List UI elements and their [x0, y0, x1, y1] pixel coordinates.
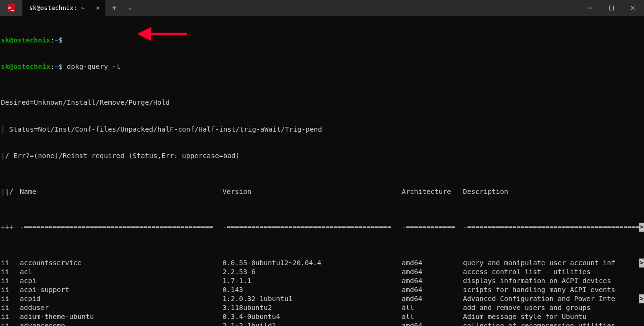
pkg-ver: 0.143 [223, 285, 402, 294]
pkg-name: acpi [20, 276, 223, 285]
package-row: iiadduser3.118ubuntu2alladd and remove u… [0, 303, 644, 312]
pkg-st: ii [1, 276, 20, 285]
pkg-ver: 1.7-1.1 [223, 276, 402, 285]
ruler-version: -=======================================… [223, 223, 402, 232]
new-tab-button[interactable]: + [106, 0, 123, 16]
terminal-icon: >_ [8, 4, 15, 12]
pkg-arch: amd64 [402, 285, 463, 294]
pkg-arch: amd64 [402, 294, 463, 303]
package-row: iiacpi-support0.143amd64scripts for hand… [0, 285, 644, 294]
pkg-desc: displays information on ACPI devices [463, 276, 643, 285]
pkg-st: ii [1, 267, 20, 276]
tab-title: sk@ostechnix: ~ [29, 4, 84, 12]
prompt-dollar: $ [58, 36, 63, 44]
package-row: iiacpid1:2.0.32-1ubuntu1amd64Advanced Co… [0, 294, 644, 303]
prompt-line-cmd: sk@ostechnix:~$ dpkg-query -l [0, 62, 644, 71]
dpkg-header-err: |/ Err?=(none)/Reinst-required (Status,E… [0, 151, 644, 160]
prompt-line-empty: sk@ostechnix:~$ [0, 36, 644, 45]
col-version-header: Version [223, 187, 402, 196]
tab-app-icon[interactable]: >_ [0, 0, 23, 16]
package-row: iiacpi1.7-1.1amd64displays information o… [0, 276, 644, 285]
tab-dropdown-icon[interactable]: ⌄ [123, 0, 138, 16]
pkg-arch: amd64 [402, 321, 463, 326]
package-row: iiadvancecomp2.1-2.1build1amd64collectio… [0, 321, 644, 326]
pkg-st: ii [1, 321, 20, 326]
pkg-arch: amd64 [402, 259, 463, 267]
pkg-st: ii [1, 285, 20, 294]
package-row: iiacl2.2.53-6amd64access control list - … [0, 267, 644, 276]
pkg-name: adium-theme-ubuntu [20, 312, 223, 321]
pkg-desc: Advanced Configuration and Power Inte [463, 294, 643, 303]
pkg-name: acl [20, 267, 223, 276]
prompt-user: sk@ostechnix [1, 63, 50, 70]
pkg-name: acpid [20, 294, 223, 303]
truncate-indicator: > [639, 294, 644, 303]
dpkg-header-status: | Status=Not/Inst/Conf-files/Unpacked/ha… [0, 125, 644, 134]
pkg-ver: 1:2.0.32-1ubuntu1 [223, 294, 402, 303]
pkg-arch: amd64 [402, 267, 463, 276]
pkg-st: ii [1, 312, 20, 321]
terminal-output[interactable]: sk@ostechnix:~$ sk@ostechnix:~$ dpkg-que… [0, 16, 644, 326]
pkg-desc: add and remove users and groups [463, 303, 643, 312]
pkg-ver: 3.118ubuntu2 [223, 303, 402, 312]
ruler-status: +++ [1, 223, 20, 232]
ruler-desc: -=======================================… [463, 223, 643, 232]
pkg-name: accountsservice [20, 259, 223, 267]
package-row: iiaccountsservice0.6.55-0ubuntu12~20.04.… [0, 259, 644, 267]
prompt-sep: : [50, 36, 55, 44]
pkg-arch: amd64 [402, 276, 463, 285]
truncate-indicator: > [639, 259, 644, 267]
prompt-dollar: $ [58, 63, 63, 70]
command-text: dpkg-query -l [67, 63, 121, 70]
col-status-header: ||/ [1, 187, 20, 196]
tab-bar: >_ sk@ostechnix: ~ ✕ + ⌄ [0, 0, 138, 16]
prompt-path: ~ [55, 63, 59, 70]
pkg-ver: 2.2.53-6 [223, 267, 402, 276]
tab-active[interactable]: sk@ostechnix: ~ ✕ [23, 0, 106, 16]
pkg-desc: query and manipulate user account inf [463, 259, 643, 267]
pkg-name: acpi-support [20, 285, 223, 294]
pkg-desc: Adium message style for Ubuntu [463, 312, 643, 321]
pkg-desc: scripts for handling many ACPI events [463, 285, 643, 294]
ruler-name: -=======================================… [20, 223, 223, 232]
pkg-arch: all [402, 303, 463, 312]
col-arch-header: Architecture [402, 187, 463, 196]
package-row: iiadium-theme-ubuntu0.3.4-0ubuntu4allAdi… [0, 312, 644, 321]
pkg-st: ii [1, 303, 20, 312]
pkg-ver: 2.1-2.1build1 [223, 321, 402, 326]
tab-close-icon[interactable]: ✕ [96, 4, 99, 12]
col-desc-header: Description [463, 187, 643, 196]
pkg-arch: all [402, 312, 463, 321]
truncate-indicator: > [639, 223, 644, 232]
prompt-user: sk@ostechnix [1, 36, 50, 44]
window-controls [579, 0, 644, 16]
ruler-arch: -============ [402, 223, 463, 232]
close-button[interactable] [622, 0, 644, 16]
pkg-name: advancecomp [20, 321, 223, 326]
pkg-st: ii [1, 259, 20, 267]
pkg-st: ii [1, 294, 20, 303]
pkg-name: adduser [20, 303, 223, 312]
prompt-path: ~ [55, 36, 59, 44]
pkg-ver: 0.6.55-0ubuntu12~20.04.4 [223, 259, 402, 267]
pkg-desc: access control list - utilities [463, 267, 643, 276]
column-header-row: ||/NameVersionArchitectureDescription [0, 187, 644, 196]
prompt-sep: : [50, 63, 55, 70]
minimize-icon [587, 6, 592, 10]
close-icon [631, 6, 636, 10]
svg-rect-1 [610, 6, 614, 10]
maximize-button[interactable] [601, 0, 622, 16]
maximize-icon [609, 6, 614, 10]
minimize-button[interactable] [579, 0, 601, 16]
pkg-desc: collection of recompression utilities [463, 321, 643, 326]
pkg-ver: 0.3.4-0ubuntu4 [223, 312, 402, 321]
ruler-row: +++-====================================… [0, 223, 644, 232]
dpkg-header-desired: Desired=Unknown/Install/Remove/Purge/Hol… [0, 98, 644, 107]
col-name-header: Name [20, 187, 223, 196]
window-titlebar: >_ sk@ostechnix: ~ ✕ + ⌄ [0, 0, 644, 16]
